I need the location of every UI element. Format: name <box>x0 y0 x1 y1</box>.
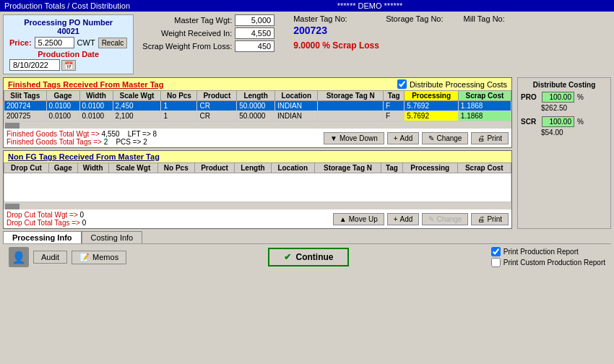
tag-section: Master Tag No: Storage Tag No: Mill Tag … <box>293 14 505 51</box>
weight-received-input[interactable] <box>235 27 274 39</box>
recalc-button[interactable]: Recalc <box>98 38 128 48</box>
distribute-costing-title: Distribute Costing <box>521 81 607 89</box>
table-row <box>4 173 511 202</box>
memos-label: Memos <box>92 253 118 261</box>
scr-value-input[interactable] <box>542 116 574 127</box>
col-no-pcs: No Pcs <box>161 91 197 101</box>
distribute-costing-panel: Distribute Costing PRO % $262.50 SCR % $… <box>517 77 611 229</box>
lft-label: LFT => <box>128 130 151 138</box>
col-processing: Processing <box>405 91 458 101</box>
fg-table: Slit Tags Gage Width Scale Wgt No Pcs Pr… <box>4 90 511 121</box>
move-down-icon: ▼ <box>330 134 337 142</box>
nonfg-print-icon: 🖨 <box>477 215 485 223</box>
fg-total-tags: 2 <box>104 138 108 146</box>
lft-value: 8 <box>153 130 157 138</box>
nonfg-col-gage: Gage <box>48 163 77 173</box>
pro-pct: % <box>577 93 584 101</box>
nonfg-col-location: Location <box>271 163 314 173</box>
nonfg-col-processing: Processing <box>402 163 457 173</box>
drop-cut-total-wgt-label: Drop Cut Total Wgt => <box>7 211 78 219</box>
nonfg-col-scale-wgt: Scale Wgt <box>108 163 157 173</box>
calendar-icon[interactable]: 📅 <box>61 60 76 71</box>
nonfg-change-button[interactable]: ✎ Change <box>422 213 468 225</box>
plus-icon: + <box>394 134 398 142</box>
col-gage: Gage <box>46 91 79 101</box>
po-number: 40021 <box>9 27 127 35</box>
continue-button[interactable]: ✔ Continue <box>268 248 349 266</box>
scr-amount: $54.00 <box>541 129 607 136</box>
col-storage-tag-n: Storage Tag N <box>318 91 384 101</box>
bottom-tabs: Processing Info Costing Info <box>3 231 611 243</box>
scrap-weight-label: Scrap Weight From Loss: <box>138 42 232 51</box>
table-row[interactable]: 2007250.01000.01002,1001CR50.0000INDIANF… <box>4 111 511 121</box>
price-input[interactable] <box>35 37 74 48</box>
fg-add-button[interactable]: + Add <box>387 132 420 144</box>
move-down-button[interactable]: ▼ Move Down <box>324 132 384 144</box>
fg-change-button[interactable]: ✎ Change <box>422 132 468 144</box>
tab-processing-info[interactable]: Processing Info <box>3 231 82 243</box>
distribute-checkbox[interactable] <box>397 79 407 89</box>
memos-button[interactable]: 📝 Memos <box>72 251 126 264</box>
fg-footer: Finished Goods Total Wgt => 4,550 LFT =>… <box>4 129 511 147</box>
nonfg-col-tag: Tag <box>381 163 403 173</box>
weight-received-label: Weight Received In: <box>138 29 232 38</box>
fg-print-button[interactable]: 🖨 Print <box>471 132 509 144</box>
change-icon: ✎ <box>428 134 434 142</box>
nonfg-print-button[interactable]: 🖨 Print <box>471 213 509 225</box>
print-production-report-checkbox[interactable] <box>491 247 501 256</box>
move-up-button[interactable]: ▲ Move Up <box>333 213 384 225</box>
col-scrap-cost: Scrap Cost <box>458 91 511 101</box>
table-row[interactable]: 2007240.01000.01002,4501CR50.0000INDIANF… <box>4 101 511 111</box>
nonfg-plus-icon: + <box>394 215 398 223</box>
col-slit-tags: Slit Tags <box>4 91 47 101</box>
master-tag-wgt-input[interactable] <box>235 14 274 26</box>
continue-label: Continue <box>295 252 333 262</box>
print-options: Print Production Report Print Custom Pro… <box>491 247 605 267</box>
prod-date-input[interactable] <box>9 59 60 71</box>
nonfg-col-scrap-cost: Scrap Cost <box>457 163 511 173</box>
scrap-loss: 9.0000 % Scrap Loss <box>293 40 505 51</box>
audit-button[interactable]: Audit <box>33 251 67 264</box>
col-tag: Tag <box>383 91 404 101</box>
fg-action-buttons: ▼ Move Down + Add ✎ Change 🖨 <box>324 132 509 144</box>
prod-date-label: Production Date <box>9 50 127 58</box>
col-width: Width <box>79 91 113 101</box>
pro-amount: $262.50 <box>541 104 607 112</box>
distribute-label: Distribute Processing Costs <box>410 80 507 89</box>
col-length: Length <box>237 91 275 101</box>
fg-total-wgt: 4,550 <box>102 130 120 138</box>
avatar: 👤 <box>9 247 29 267</box>
audit-label: Audit <box>41 253 59 261</box>
weight-section: Master Tag Wgt: Weight Received In: Scra… <box>138 14 274 52</box>
nonfg-col-product: Product <box>194 163 235 173</box>
mill-tag-no-label: Mill Tag No: <box>464 14 505 23</box>
nonfg-col-width: Width <box>77 163 108 173</box>
drop-cut-total-wgt: 0 <box>80 211 85 219</box>
tab-costing-info[interactable]: Costing Info <box>82 231 143 243</box>
drop-cut-total-tags: 0 <box>82 219 87 227</box>
print-icon: 🖨 <box>477 134 485 142</box>
scrap-weight-input[interactable] <box>235 40 274 52</box>
pro-value-input[interactable] <box>542 92 574 103</box>
nonfg-add-button[interactable]: + Add <box>387 213 420 225</box>
nonfg-table: Drop Cut Gage Width Scale Wgt No Pcs Pro… <box>4 162 511 202</box>
scr-label: SCR <box>521 118 539 126</box>
nonfg-footer: Drop Cut Total Wgt => 0 Drop Cut Total T… <box>4 209 511 228</box>
print-custom-production-report-checkbox[interactable] <box>491 258 501 267</box>
distribute-check: Distribute Processing Costs <box>397 79 507 89</box>
nonfg-change-icon: ✎ <box>428 215 434 223</box>
print-custom-production-report-label: Print Custom Production Report <box>503 259 605 266</box>
master-tag-no-label: Master Tag No: <box>293 14 366 23</box>
title-left: Production Totals / Cost Distribution <box>4 1 130 10</box>
nonfg-col-storage-tag-n: Storage Tag N <box>314 163 381 173</box>
bottom-bar: 👤 Audit 📝 Memos ✔ Continue Print Product… <box>3 243 611 270</box>
nonfg-col-drop-cut: Drop Cut <box>4 163 49 173</box>
po-title: Processing PO Number <box>9 18 127 27</box>
fg-total-wgt-label: Finished Goods Total Wgt => <box>7 130 100 138</box>
scr-pct: % <box>577 118 584 126</box>
fg-total-tags-label: Finished Goods Total Tags => <box>7 138 102 146</box>
nonfg-col-length: Length <box>235 163 271 173</box>
pcs-label: PCS => <box>116 138 141 146</box>
price-label: Price: <box>9 38 32 47</box>
master-tag-wgt-label: Master Tag Wgt: <box>138 16 232 25</box>
